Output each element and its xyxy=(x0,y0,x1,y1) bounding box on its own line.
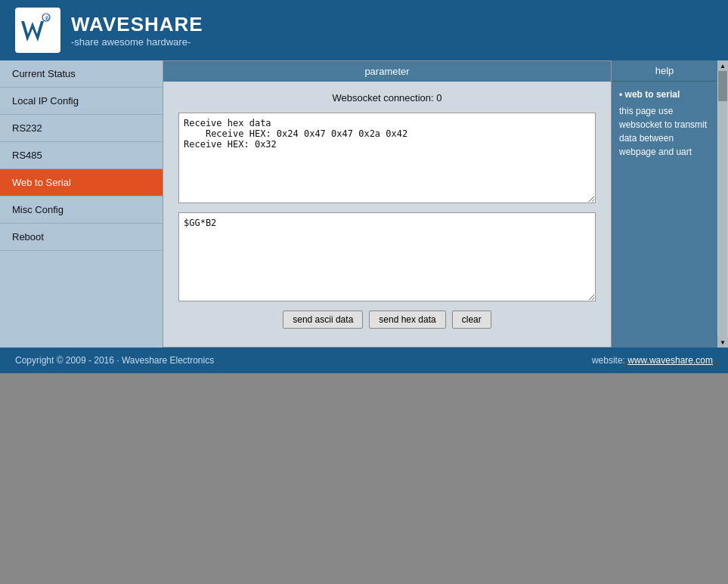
scroll-up-arrow[interactable]: ▲ xyxy=(717,60,728,71)
scrollbar[interactable]: ▲ ▼ xyxy=(717,60,728,348)
button-row: send ascii data send hex data clear xyxy=(178,311,596,329)
sidebar-item-current-status[interactable]: Current Status xyxy=(0,60,163,88)
send-area[interactable] xyxy=(178,212,596,301)
website-info: website: www.waveshare.com xyxy=(592,355,713,366)
website-link[interactable]: www.waveshare.com xyxy=(627,355,713,366)
main-layout: Current Status Local IP Config RS232 RS4… xyxy=(0,60,728,348)
sidebar-item-web-to-serial[interactable]: Web to Serial xyxy=(0,169,163,196)
receive-area[interactable] xyxy=(178,113,596,203)
copyright-text: Copyright © 2009 - 2016 · Waveshare Elec… xyxy=(15,355,214,366)
header: ® WAVESHARE -share awesome hardware- xyxy=(0,0,728,60)
scrollbar-thumb[interactable] xyxy=(718,71,727,101)
scroll-down-arrow[interactable]: ▼ xyxy=(717,337,728,348)
footer: Copyright © 2009 - 2016 · Waveshare Elec… xyxy=(0,348,728,373)
sidebar-item-local-ip-config[interactable]: Local IP Config xyxy=(0,88,163,115)
scrollbar-track[interactable] xyxy=(718,71,727,337)
help-description: this page use websocket to transmit data… xyxy=(619,104,710,159)
logo-area: ® WAVESHARE -share awesome hardware- xyxy=(15,8,203,53)
parameter-panel: parameter Websocket connection: 0 send a… xyxy=(163,60,612,348)
logo-text-area: WAVESHARE -share awesome hardware- xyxy=(71,13,203,48)
help-title: • web to serial xyxy=(619,89,710,100)
brand-tagline: -share awesome hardware- xyxy=(71,36,203,48)
send-ascii-button[interactable]: send ascii data xyxy=(283,311,363,329)
sidebar-item-misc-config[interactable]: Misc Config xyxy=(0,196,163,224)
svg-text:®: ® xyxy=(45,16,50,21)
svg-rect-0 xyxy=(17,10,58,51)
sidebar-item-rs485[interactable]: RS485 xyxy=(0,142,163,169)
help-content: • web to serial this page use websocket … xyxy=(612,82,717,166)
parameter-panel-header: parameter xyxy=(163,61,611,82)
help-panel-header: help xyxy=(612,60,717,82)
website-label: website: xyxy=(592,355,625,366)
brand-name: WAVESHARE xyxy=(71,13,203,36)
send-hex-button[interactable]: send hex data xyxy=(369,311,445,329)
content-area: parameter Websocket connection: 0 send a… xyxy=(163,60,728,348)
clear-button[interactable]: clear xyxy=(452,311,491,329)
sidebar: Current Status Local IP Config RS232 RS4… xyxy=(0,60,163,348)
logo-icon: ® xyxy=(15,8,60,53)
sidebar-item-rs232[interactable]: RS232 xyxy=(0,115,163,142)
panel-content: Websocket connection: 0 send ascii data … xyxy=(163,82,611,347)
sidebar-item-reboot[interactable]: Reboot xyxy=(0,224,163,251)
help-panel: help • web to serial this page use webso… xyxy=(612,60,717,348)
websocket-status: Websocket connection: 0 xyxy=(178,92,596,104)
